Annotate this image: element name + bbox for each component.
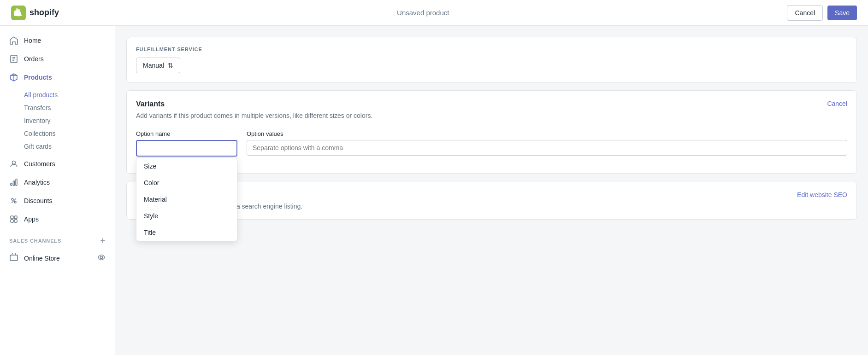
sidebar-products-sub: All products Transfers Inventory Collect… — [0, 87, 115, 155]
svg-rect-17 — [10, 255, 18, 261]
online-store-visibility-icon — [97, 253, 106, 263]
fulfillment-section-label: FULFILLMENT SERVICE — [136, 47, 847, 52]
home-icon — [9, 36, 18, 45]
topbar: shopify Unsaved product Cancel Save — [0, 0, 868, 26]
fulfillment-manual-label: Manual — [143, 62, 164, 69]
variants-header: Variants Cancel — [136, 100, 847, 108]
seo-description: e how this product might appear in a sea… — [136, 203, 847, 210]
option-name-label: Option name — [136, 130, 237, 137]
save-button[interactable]: Save — [827, 6, 857, 20]
orders-icon — [9, 54, 18, 64]
layout: Home Orders Produ — [0, 26, 868, 355]
sidebar-sub-transfers[interactable]: Transfers — [24, 101, 115, 114]
sidebar-sub-gift-cards[interactable]: Gift cards — [24, 140, 115, 153]
dropdown-item-material[interactable]: Material — [136, 191, 237, 208]
svg-point-18 — [100, 256, 102, 258]
seo-header: g preview Edit website SEO — [136, 191, 847, 199]
fulfillment-dropdown-icon: ⇅ — [168, 62, 173, 69]
cancel-button[interactable]: Cancel — [787, 5, 823, 21]
svg-rect-13 — [11, 216, 13, 219]
shopify-brand-name: shopify — [30, 8, 59, 17]
sales-channels-label: SALES CHANNELS — [9, 238, 61, 244]
page-title: Unsaved product — [397, 9, 449, 17]
option-name-input[interactable] — [136, 140, 237, 157]
sidebar-item-discounts[interactable]: Discounts — [0, 192, 115, 210]
discounts-icon — [9, 196, 18, 205]
sidebar-item-apps[interactable]: Apps — [0, 210, 115, 228]
fulfillment-card-inner: FULFILLMENT SERVICE Manual ⇅ — [127, 37, 856, 82]
online-store-icon — [9, 253, 18, 263]
variants-description: Add variants if this product comes in mu… — [136, 112, 847, 119]
main-content: FULFILLMENT SERVICE Manual ⇅ Variants Ca… — [115, 26, 868, 355]
variants-title: Variants — [136, 100, 165, 108]
svg-point-6 — [12, 161, 16, 164]
shopify-logo: shopify — [11, 6, 59, 20]
seo-edit-link[interactable]: Edit website SEO — [797, 191, 847, 198]
sidebar-sub-all-products[interactable]: All products — [24, 88, 115, 101]
dropdown-item-style[interactable]: Style — [136, 208, 237, 224]
sidebar-sub-inventory[interactable]: Inventory — [24, 114, 115, 127]
analytics-icon — [9, 178, 18, 187]
fulfillment-card: FULFILLMENT SERVICE Manual ⇅ — [126, 37, 857, 83]
shopify-icon — [11, 6, 26, 20]
sidebar-sub-collections[interactable]: Collections — [24, 127, 115, 140]
svg-rect-9 — [16, 179, 17, 186]
svg-point-11 — [14, 201, 16, 203]
sidebar-item-customers[interactable]: Customers — [0, 155, 115, 173]
online-store-label: Online Store — [24, 255, 60, 262]
customers-icon — [9, 159, 18, 169]
sidebar-item-analytics[interactable]: Analytics — [0, 173, 115, 192]
add-sales-channel-icon[interactable]: + — [100, 236, 106, 245]
online-store-left: Online Store — [9, 253, 60, 263]
svg-rect-15 — [11, 220, 13, 222]
svg-line-12 — [12, 198, 16, 203]
dropdown-item-title[interactable]: Title — [136, 224, 237, 241]
sidebar-item-orders-label: Orders — [24, 55, 44, 63]
sidebar-item-apps-label: Apps — [24, 215, 39, 223]
apps-icon — [9, 215, 18, 224]
option-name-col: Option name Size Color Material Style Ti… — [136, 130, 237, 157]
sidebar-item-discounts-label: Discounts — [24, 197, 52, 204]
svg-point-10 — [12, 198, 13, 200]
svg-rect-14 — [14, 216, 17, 219]
variants-card-inner: Variants Cancel Add variants if this pro… — [127, 91, 856, 173]
sales-channels-section: SALES CHANNELS + — [0, 228, 115, 248]
svg-rect-7 — [11, 183, 12, 186]
option-values-input[interactable] — [247, 140, 847, 156]
products-icon — [9, 73, 18, 82]
option-values-col: Option values — [247, 130, 847, 156]
option-values-label: Option values — [247, 130, 847, 137]
svg-rect-16 — [14, 220, 17, 222]
sidebar-item-home-label: Home — [24, 37, 41, 44]
fulfillment-manual-select[interactable]: Manual ⇅ — [136, 58, 180, 73]
sidebar-item-customers-label: Customers — [24, 160, 55, 168]
sidebar-item-online-store[interactable]: Online Store — [0, 248, 115, 268]
option-name-dropdown: Size Color Material Style Title — [136, 157, 237, 241]
dropdown-item-color[interactable]: Color — [136, 175, 237, 191]
sidebar-item-products[interactable]: Products — [0, 68, 115, 87]
sidebar-item-home[interactable]: Home — [0, 31, 115, 50]
variants-card: Variants Cancel Add variants if this pro… — [126, 90, 857, 174]
sidebar-item-orders[interactable]: Orders — [0, 50, 115, 68]
sidebar-item-analytics-label: Analytics — [24, 179, 50, 186]
topbar-left: shopify — [11, 6, 59, 20]
topbar-actions: Cancel Save — [787, 5, 857, 21]
dropdown-item-size[interactable]: Size — [136, 158, 237, 175]
option-row: Option name Size Color Material Style Ti… — [136, 130, 847, 157]
sidebar-item-products-label: Products — [24, 74, 52, 81]
svg-rect-8 — [13, 181, 15, 186]
variants-cancel-link[interactable]: Cancel — [827, 100, 847, 107]
sidebar: Home Orders Produ — [0, 26, 115, 355]
